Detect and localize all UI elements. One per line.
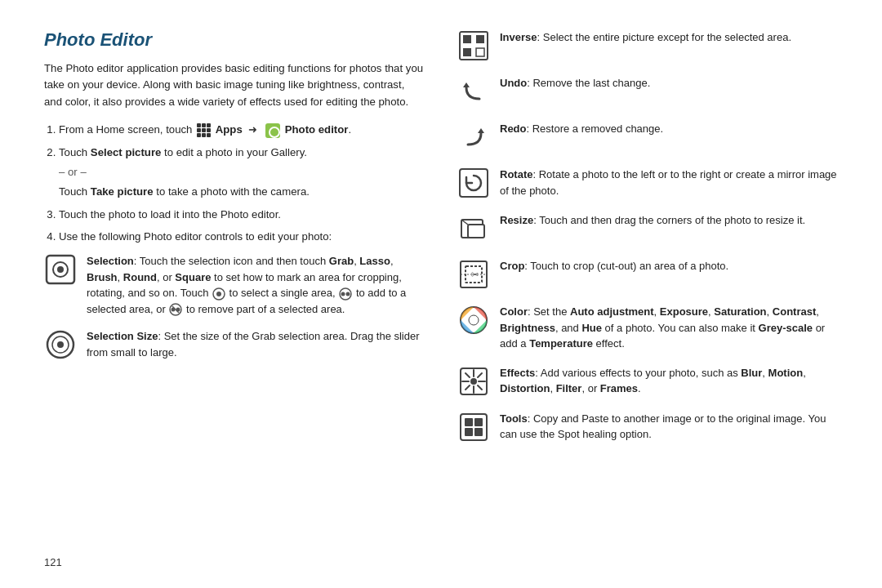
color-item: Color: Set the Auto adjustment, Exposure… [457, 304, 838, 352]
tools-text: Tools: Copy and Paste to another image o… [500, 411, 838, 443]
take-picture-line: Touch Take picture to take a photo with … [59, 184, 425, 200]
tools-icon [457, 411, 490, 443]
left-column: Photo Editor The Photo editor applicatio… [44, 29, 425, 548]
undo-item: Undo: Remove the last change. [457, 75, 838, 108]
undo-text: Undo: Remove the last change. [500, 75, 838, 91]
selection-size-control: Selection Size: Set the size of the Grab… [44, 328, 425, 361]
svg-rect-42 [474, 418, 483, 426]
take-picture-bold: Take picture [91, 185, 154, 198]
steps-list: From a Home screen, touch Apps ➜ Photo e… [44, 122, 425, 245]
intro-paragraph: The Photo editor application provides ba… [44, 60, 425, 110]
svg-point-29 [469, 315, 479, 325]
inverse-icon [457, 29, 490, 62]
svg-rect-20 [460, 169, 488, 197]
effects-icon [457, 365, 490, 398]
svg-point-39 [470, 378, 477, 385]
svg-rect-44 [474, 428, 483, 436]
step-2: Touch Select picture to edit a photo in … [59, 145, 425, 199]
or-line: – or – [59, 164, 425, 180]
resize-icon [457, 212, 490, 245]
apps-label: Apps [216, 123, 243, 136]
crop-icon: ✂ [457, 258, 490, 291]
redo-icon [457, 121, 490, 154]
selection-size-icon [44, 328, 77, 361]
svg-point-6 [341, 292, 345, 296]
undo-icon [457, 75, 490, 108]
photo-editor-app-icon [265, 123, 280, 138]
page-number: 121 [44, 556, 838, 568]
svg-rect-43 [465, 428, 473, 436]
svg-point-7 [346, 292, 350, 296]
svg-rect-40 [461, 414, 487, 440]
apps-grid-icon [197, 123, 211, 137]
selection-size-text: Selection Size: Set the size of the Grab… [87, 328, 425, 360]
page: Photo Editor The Photo editor applicatio… [0, 0, 882, 588]
step-3: Touch the photo to load it into the Phot… [59, 207, 425, 223]
crop-item: ✂ Crop: Touch to crop (cut-out) an area … [457, 258, 838, 291]
svg-point-14 [57, 341, 64, 348]
svg-rect-41 [465, 418, 473, 426]
svg-rect-22 [468, 225, 484, 238]
page-title: Photo Editor [44, 29, 425, 51]
redo-text: Redo: Restore a removed change. [500, 121, 838, 137]
step-4: Use the following Photo editor controls … [59, 229, 425, 245]
inverse-text: Inverse: Select the entire picture excep… [500, 29, 838, 46]
rotate-icon [457, 167, 490, 199]
svg-point-2 [57, 266, 64, 273]
svg-point-4 [216, 292, 221, 296]
tools-item: Tools: Copy and Paste to another image o… [457, 411, 838, 443]
inverse-item: Inverse: Select the entire picture excep… [457, 29, 838, 62]
color-text: Color: Set the Auto adjustment, Exposure… [500, 304, 838, 352]
crop-text: Crop: Touch to crop (cut-out) an area of… [500, 258, 838, 274]
selection-control: Selection: Touch the selection icon and … [44, 253, 425, 317]
selection-text: Selection: Touch the selection icon and … [87, 253, 425, 317]
two-column-layout: Photo Editor The Photo editor applicatio… [44, 29, 838, 548]
step-1: From a Home screen, touch Apps ➜ Photo e… [59, 122, 425, 138]
svg-rect-17 [476, 35, 484, 43]
photo-editor-label: Photo editor [285, 123, 349, 136]
right-column: Inverse: Select the entire picture excep… [457, 29, 838, 548]
effects-item: Effects: Add various effects to your pho… [457, 365, 838, 398]
rotate-text: Rotate: Rotate a photo to the left or to… [500, 167, 838, 198]
svg-rect-19 [476, 48, 484, 56]
resize-item: Resize: Touch and then drag the corners … [457, 212, 838, 245]
resize-text: Resize: Touch and then drag the corners … [500, 212, 838, 229]
effects-text: Effects: Add various effects to your pho… [500, 365, 838, 397]
svg-rect-18 [463, 48, 471, 56]
color-icon [457, 304, 490, 336]
svg-text:✂: ✂ [471, 270, 479, 279]
arrow-icon: ➜ [248, 122, 257, 138]
svg-rect-16 [463, 35, 471, 43]
selection-icon [44, 253, 77, 286]
select-picture-bold: Select picture [91, 146, 162, 158]
controls-section: Selection: Touch the selection icon and … [44, 253, 425, 361]
rotate-item: Rotate: Rotate a photo to the left or to… [457, 167, 838, 199]
redo-item: Redo: Restore a removed change. [457, 121, 838, 154]
